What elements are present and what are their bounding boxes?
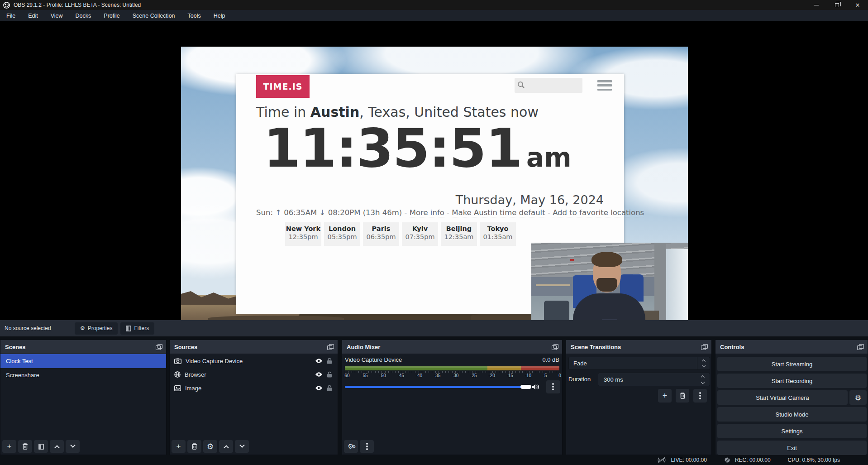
menu-tools[interactable]: Tools — [181, 10, 207, 21]
mixer-kebab-menu-button[interactable] — [546, 380, 561, 393]
duration-decrement-button[interactable] — [701, 380, 705, 384]
meter-tick-marks — [345, 371, 559, 373]
city-card-paris[interactable]: Paris06:35pm — [363, 222, 399, 246]
menu-file[interactable]: File — [0, 10, 22, 21]
visibility-eye-icon[interactable] — [315, 358, 323, 364]
camera-icon — [174, 358, 181, 364]
duration-label: Duration — [568, 376, 591, 383]
popout-icon[interactable] — [327, 344, 334, 350]
program-canvas[interactable]: TIME.IS Time in Austin, Texas, United St… — [181, 47, 688, 333]
title-bar: OBS 29.1.2 - Profile: LLHLS BETA - Scene… — [0, 0, 868, 10]
source-item-image[interactable]: Image — [170, 381, 338, 395]
cpu-fps-stats: CPU: 0.6%, 30.00 fps — [788, 457, 840, 463]
move-scene-down-button[interactable] — [66, 440, 80, 453]
source-item-video-capture[interactable]: Video Capture Device — [170, 354, 338, 368]
properties-button[interactable]: ⚙ Properties — [75, 322, 118, 335]
menu-bar: File Edit View Docks Profile Scene Colle… — [0, 10, 868, 21]
move-source-up-button[interactable] — [219, 440, 233, 453]
minimize-button[interactable] — [806, 0, 826, 10]
transition-select[interactable]: Fade — [568, 357, 710, 370]
scene-item-clock-test[interactable]: Clock Test — [0, 354, 166, 368]
menu-edit[interactable]: Edit — [22, 10, 44, 21]
virtual-camera-config-button[interactable]: ⚙ — [849, 390, 867, 405]
restore-button[interactable] — [826, 0, 847, 10]
close-button[interactable]: ✕ — [847, 0, 868, 10]
filter-icon — [126, 326, 131, 331]
scenes-dock-header[interactable]: Scenes — [0, 340, 166, 354]
visibility-eye-icon[interactable] — [315, 372, 323, 377]
menu-view[interactable]: View — [44, 10, 69, 21]
controls-dock-header[interactable]: Controls — [715, 340, 868, 354]
lock-icon[interactable] — [327, 385, 332, 391]
mixer-channel-name: Video Capture Device — [345, 356, 402, 363]
chevron-up-down-icon[interactable] — [697, 357, 710, 369]
search-icon — [517, 81, 525, 89]
webcam-overlay[interactable] — [531, 243, 688, 333]
lock-icon[interactable] — [327, 371, 332, 378]
remove-transition-button[interactable] — [676, 389, 689, 403]
mixer-menu-button[interactable] — [360, 440, 374, 453]
move-source-down-button[interactable] — [235, 440, 249, 453]
record-status-icon — [724, 457, 730, 463]
exit-button[interactable]: Exit — [717, 441, 867, 455]
mixer-level-db: 0.0 dB — [542, 356, 559, 363]
add-source-button[interactable]: + — [172, 440, 186, 453]
city-card-beijing[interactable]: Beijing12:35am — [441, 222, 477, 246]
volume-slider[interactable] — [345, 384, 529, 389]
start-recording-button[interactable]: Start Recording — [717, 374, 867, 388]
menu-help[interactable]: Help — [207, 10, 232, 21]
scenes-dock: Scenes Clock Test Screenshare + — [0, 340, 167, 455]
menu-profile[interactable]: Profile — [97, 10, 126, 21]
add-scene-button[interactable]: + — [2, 440, 16, 453]
volume-slider-handle[interactable] — [520, 385, 531, 389]
studio-mode-button[interactable]: Studio Mode — [717, 407, 867, 422]
hamburger-menu-icon[interactable] — [597, 80, 612, 91]
menu-scene-collection[interactable]: Scene Collection — [126, 10, 181, 21]
move-scene-up-button[interactable] — [50, 440, 64, 453]
duration-increment-button[interactable] — [701, 375, 705, 379]
timeis-logo[interactable]: TIME.IS — [256, 75, 310, 98]
speaker-icon[interactable] — [532, 384, 540, 390]
transition-kebab-menu-button[interactable] — [693, 389, 707, 403]
source-properties-button[interactable]: ⚙ — [203, 440, 217, 453]
popout-icon[interactable] — [156, 344, 162, 350]
obs-window: OBS 29.1.2 - Profile: LLHLS BETA - Scene… — [0, 0, 868, 465]
menu-docks[interactable]: Docks — [69, 10, 98, 21]
make-default-link[interactable]: Make Austin time default — [452, 208, 545, 217]
scene-item-screenshare[interactable]: Screenshare — [0, 368, 166, 382]
city-card-kyiv[interactable]: Kyiv07:35pm — [402, 222, 438, 246]
city-card-london[interactable]: London05:35pm — [324, 222, 360, 246]
more-info-link[interactable]: More info — [410, 208, 444, 217]
clock-time: 11:35:51 — [263, 121, 522, 175]
popout-icon[interactable] — [701, 344, 708, 350]
volume-meter — [345, 366, 559, 370]
remove-source-button[interactable] — [187, 440, 201, 453]
scene-filters-button[interactable] — [34, 440, 48, 453]
lock-icon[interactable] — [327, 358, 332, 364]
audio-mixer-dock-header[interactable]: Audio Mixer — [342, 340, 562, 354]
remove-scene-button[interactable] — [18, 440, 32, 453]
start-virtual-camera-button[interactable]: Start Virtual Camera — [717, 390, 848, 405]
filters-button[interactable]: Filters — [120, 322, 154, 335]
sources-dock-header[interactable]: Sources — [170, 340, 338, 354]
popout-icon[interactable] — [552, 344, 558, 350]
sources-dock: Sources Video Capture Device Browser — [169, 340, 338, 455]
city-card-newyork[interactable]: New York12:35pm — [285, 222, 321, 246]
add-favorite-link[interactable]: Add to favorite locations — [553, 208, 644, 217]
advanced-audio-button[interactable]: ⚙⚙ — [344, 440, 358, 453]
visibility-eye-icon[interactable] — [315, 385, 323, 391]
world-cities-row: New York12:35pm London05:35pm Paris06:35… — [285, 222, 566, 246]
popout-icon[interactable] — [857, 344, 864, 350]
meter-scale-labels: -60-55-50-45-40-35-30-25-20-15-10-50 — [343, 373, 561, 378]
digital-clock: 11:35:51 am — [263, 121, 607, 179]
sun-info-line: Sun: ↑ 06:35AM ↓ 08:20PM (13h 46m) - Mor… — [256, 208, 604, 217]
scene-transitions-dock-header[interactable]: Scene Transitions — [566, 340, 711, 354]
start-streaming-button[interactable]: Start Streaming — [717, 357, 867, 371]
city-card-tokyo[interactable]: Tokyo01:35am — [480, 222, 516, 246]
source-item-browser[interactable]: Browser — [170, 368, 338, 381]
add-transition-button[interactable]: + — [658, 389, 672, 403]
source-toolbar: No source selected ⚙ Properties Filters — [0, 320, 868, 336]
settings-button[interactable]: Settings — [717, 424, 867, 438]
scene-transitions-dock: Scene Transitions Fade Duration 300 ms + — [566, 340, 712, 455]
duration-spinbox[interactable]: 300 ms — [598, 373, 710, 386]
